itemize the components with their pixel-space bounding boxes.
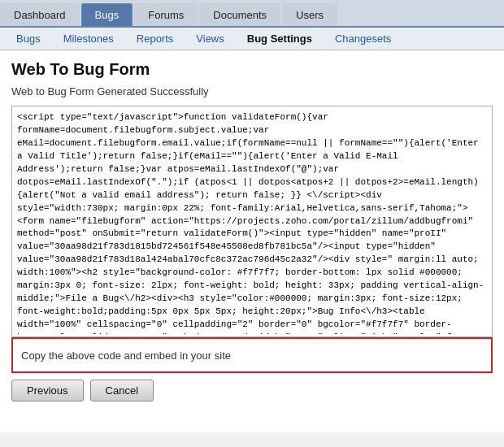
copy-hint-box: Copy the above code and embed in your si… [11, 337, 493, 373]
page-title: Web To Bug Form [11, 60, 493, 79]
subnav-changesets[interactable]: Changesets [324, 28, 402, 50]
cancel-button[interactable]: Cancel [90, 380, 154, 401]
sub-nav: Bugs Milestones Reports Views Bug Settin… [0, 28, 504, 50]
tab-documents[interactable]: Documents [199, 3, 280, 26]
subnav-views[interactable]: Views [185, 28, 235, 50]
tab-users[interactable]: Users [282, 3, 337, 26]
page-content: Web To Bug Form Web to Bug Form Generate… [0, 50, 504, 432]
copy-hint-text: Copy the above code and embed in your si… [21, 349, 231, 362]
tab-dashboard[interactable]: Dashboard [0, 3, 80, 26]
subnav-bugs[interactable]: Bugs [5, 28, 52, 50]
subnav-reports[interactable]: Reports [125, 28, 185, 50]
success-message: Web to Bug Form Generated Successfully [11, 85, 493, 98]
code-textarea[interactable] [12, 106, 492, 334]
tab-bugs[interactable]: Bugs [81, 3, 133, 26]
previous-button[interactable]: Previous [11, 380, 84, 401]
subnav-milestones[interactable]: Milestones [52, 28, 125, 50]
buttons-row: Previous Cancel [11, 373, 493, 405]
tab-forums[interactable]: Forums [134, 3, 198, 26]
code-container [11, 106, 493, 337]
subnav-bug-settings[interactable]: Bug Settings [236, 28, 324, 50]
top-nav: Dashboard Bugs Forums Documents Users [0, 0, 504, 28]
